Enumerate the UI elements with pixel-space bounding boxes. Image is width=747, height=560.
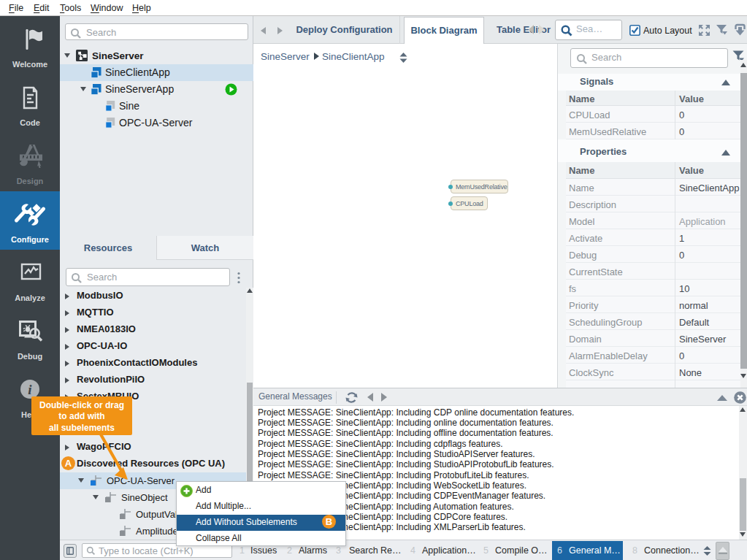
svg-text:i: i	[28, 382, 32, 397]
